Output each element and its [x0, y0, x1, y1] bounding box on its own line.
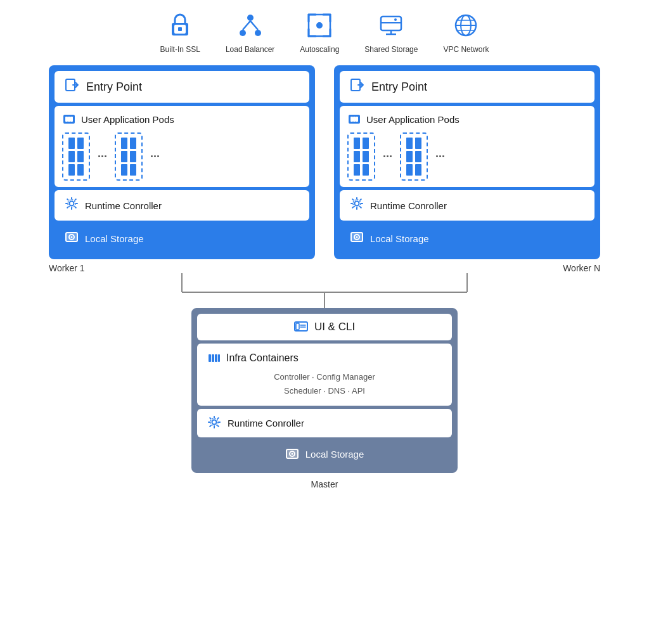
- worker1-pod-group-2: [115, 132, 143, 181]
- svg-rect-62: [215, 354, 217, 362]
- connector-area: [49, 273, 600, 308]
- worker1-pods-row: ··· ···: [62, 132, 302, 181]
- worker1-runtime: Runtime Conroller: [55, 190, 309, 221]
- svg-rect-42: [353, 117, 356, 122]
- workerN-local-storage: Local Storage: [340, 224, 594, 254]
- workerN-gear-icon: [350, 196, 364, 214]
- master-infra-details: Controller · Config Manager Scheduler · …: [207, 370, 442, 398]
- ssl-label: Built-In SSL: [160, 45, 200, 54]
- master-ui-cli-label: UI & CLI: [314, 321, 355, 333]
- workerN-pod-group-1: [347, 132, 375, 181]
- svg-rect-41: [350, 117, 353, 122]
- svg-point-64: [212, 420, 217, 425]
- workerN-entry-label: Entry Point: [371, 80, 427, 94]
- master-runtime: Runtime Conroller: [197, 409, 452, 437]
- worker1-pods-title: User Application Pods: [62, 112, 302, 126]
- svg-rect-31: [68, 117, 70, 122]
- svg-line-7: [250, 21, 258, 30]
- shared-storage-icon: [378, 13, 404, 41]
- workerN-runtime: Runtime Conroller: [340, 190, 594, 221]
- worker1-app-pods: User Application Pods ··· ···: [55, 106, 309, 187]
- svg-rect-63: [218, 354, 220, 362]
- svg-point-33: [70, 202, 74, 206]
- lb-label: Load Balancer: [226, 45, 274, 54]
- worker1-dots-2: ···: [150, 150, 160, 164]
- workerN-label: Worker N: [563, 263, 600, 273]
- svg-line-6: [243, 21, 250, 30]
- svg-point-4: [240, 30, 246, 36]
- svg-point-49: [356, 236, 358, 238]
- workerN-dots-1: ···: [383, 150, 392, 164]
- svg-rect-61: [212, 354, 214, 362]
- workerN-app-pods: User Application Pods ··· ···: [340, 106, 594, 187]
- svg-rect-43: [356, 117, 358, 122]
- top-icons-row: Built-In SSL Load Balancer: [20, 13, 629, 54]
- svg-point-69: [291, 453, 293, 455]
- workerN-runtime-label: Runtime Conroller: [370, 200, 447, 211]
- workerN-storage-icon: [350, 230, 364, 247]
- workerN-box: Entry Point User Application Pods: [334, 65, 600, 259]
- master-box: UI & CLI Infra Containers Controller · C…: [191, 308, 458, 473]
- shared-storage-label: Shared Storage: [364, 45, 418, 54]
- master-gear-icon: [207, 415, 221, 431]
- master-ui-cli: UI & CLI: [197, 314, 452, 340]
- worker1-entry-point: Entry Point: [55, 71, 309, 103]
- worker1-storage-label: Local Storage: [85, 233, 144, 244]
- master-runtime-label: Runtime Conroller: [228, 418, 304, 428]
- autoscaling-label: Autoscaling: [300, 45, 339, 54]
- master-storage-label: Local Storage: [305, 449, 364, 460]
- worker1-entry-label: Entry Point: [86, 80, 142, 94]
- master-wrapper: UI & CLI Infra Containers Controller · C…: [191, 308, 458, 489]
- ssl-icon-item: Built-In SSL: [160, 13, 200, 54]
- workerN-storage-label: Local Storage: [370, 233, 429, 244]
- svg-rect-30: [65, 117, 68, 122]
- ssl-icon: [168, 13, 192, 41]
- workerN-dots-2: ···: [435, 150, 445, 164]
- workerN-entry-icon: [350, 77, 365, 96]
- svg-point-17: [316, 22, 323, 29]
- workerN-pods-row: ··· ···: [347, 132, 587, 181]
- master-label: Master: [311, 479, 338, 489]
- workerN-pod-group-2: [400, 132, 428, 181]
- autoscaling-icon-item: Autoscaling: [300, 13, 339, 54]
- svg-point-44: [355, 202, 359, 206]
- worker1-gear-icon: [65, 196, 79, 214]
- worker1-storage-icon: [65, 230, 79, 247]
- vpc-icon: [453, 13, 479, 41]
- svg-rect-32: [70, 117, 73, 122]
- svg-point-38: [71, 236, 73, 238]
- master-local-storage: Local Storage: [197, 441, 452, 467]
- diagram-container: Built-In SSL Load Balancer: [20, 13, 629, 489]
- svg-rect-60: [209, 354, 211, 362]
- worker1-pod-group-1: [62, 132, 90, 181]
- vpc-label: VPC Network: [443, 45, 489, 54]
- worker1-label: Worker 1: [49, 263, 85, 273]
- workerN-pods-title: User Application Pods: [347, 112, 587, 126]
- svg-rect-2: [178, 27, 182, 31]
- worker1-box: Entry Point User Application Pods: [49, 65, 315, 259]
- vpc-icon-item: VPC Network: [443, 13, 489, 54]
- svg-rect-55: [296, 323, 299, 330]
- autoscaling-icon: [307, 13, 332, 41]
- worker1-dots-1: ···: [98, 150, 107, 164]
- master-infra-title: Infra Containers: [207, 351, 442, 365]
- worker1-local-storage: Local Storage: [55, 224, 309, 254]
- lb-icon: [238, 13, 263, 41]
- worker1-entry-icon: [65, 77, 80, 96]
- workerN-entry-point: Entry Point: [340, 71, 594, 103]
- svg-point-5: [255, 30, 261, 36]
- shared-storage-icon-item: Shared Storage: [364, 13, 418, 54]
- svg-point-22: [394, 18, 397, 21]
- svg-point-3: [247, 15, 254, 21]
- lb-icon-item: Load Balancer: [226, 13, 274, 54]
- worker1-runtime-label: Runtime Conroller: [85, 200, 162, 211]
- master-infra: Infra Containers Controller · Config Man…: [197, 344, 452, 406]
